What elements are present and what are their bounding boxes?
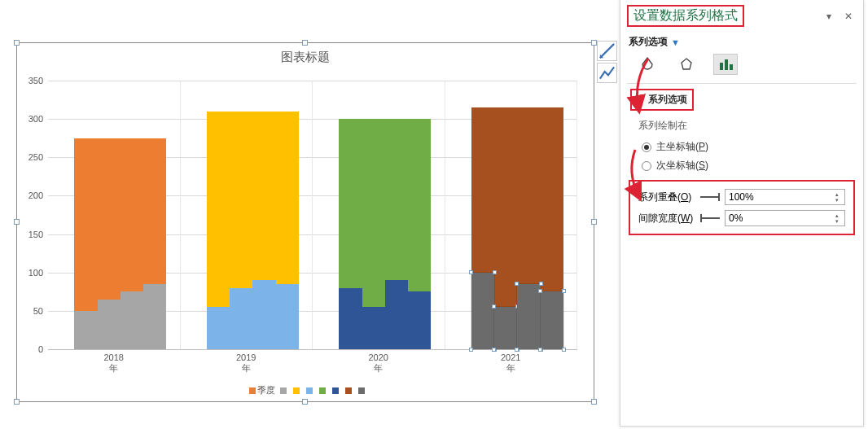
field-label: 系列重叠(O) <box>638 190 695 204</box>
gap-input[interactable]: 0% ▴▾ <box>725 210 845 226</box>
series-quarter-bar[interactable] <box>276 284 299 349</box>
series-overlap-field: 系列重叠(O) 100% ▴▾ <box>637 186 847 208</box>
legend-swatch <box>358 387 365 394</box>
selection-handle[interactable] <box>469 270 473 274</box>
legend-swatch <box>293 387 300 394</box>
x-tick: 2018年 <box>48 349 180 374</box>
close-icon[interactable]: ✕ <box>840 11 857 22</box>
series-quarter-bar[interactable] <box>121 291 143 349</box>
pane-title: 设置数据系列格式 <box>627 5 744 27</box>
series-quarter-bar[interactable] <box>207 307 230 349</box>
y-tick: 200 <box>28 190 48 200</box>
y-tick: 250 <box>28 152 48 162</box>
series-options-tab[interactable] <box>713 54 738 75</box>
annotation-arrow <box>627 148 645 203</box>
selection-handle[interactable] <box>591 219 597 225</box>
primary-axis-radio[interactable]: 主坐标轴(P) <box>620 138 863 156</box>
selection-handle[interactable] <box>14 40 20 46</box>
x-tick: 2019年 <box>181 349 313 374</box>
selection-handle[interactable] <box>538 289 542 293</box>
series-quarter-bar[interactable] <box>541 291 563 349</box>
y-tick: 0 <box>38 344 48 354</box>
chart-side-toolbar <box>597 41 617 85</box>
selection-handle[interactable] <box>562 289 566 293</box>
selection-handle[interactable] <box>302 399 308 405</box>
spinner-icon[interactable]: ▴▾ <box>835 190 843 204</box>
svg-rect-2 <box>725 59 728 70</box>
selection-handle[interactable] <box>492 304 496 309</box>
legend-swatch <box>319 387 326 394</box>
y-tick: 300 <box>28 114 48 124</box>
overlap-input[interactable]: 100% ▴▾ <box>725 189 845 205</box>
gap-slider-icon[interactable] <box>700 212 720 224</box>
series-options-label: 系列选项 <box>629 35 668 49</box>
plotted-on-label: 系列绘制在 <box>620 114 863 138</box>
y-tick: 50 <box>33 306 48 316</box>
radio-label: 主坐标轴(P) <box>656 140 708 154</box>
category-group: 2020年 <box>313 81 445 349</box>
format-series-pane: 设置数据系列格式 ▾ ✕ 系列选项 ▼ ⌄ 系列选项 系列绘制在 主坐标轴(P)… <box>620 0 864 427</box>
pane-header: 设置数据系列格式 ▾ ✕ <box>620 0 863 32</box>
x-tick: 2020年 <box>313 349 445 374</box>
annotation-arrow <box>632 57 655 118</box>
series-quarter-bar[interactable] <box>98 300 121 349</box>
field-value: 100% <box>729 191 754 203</box>
series-quarter-bar[interactable] <box>362 307 385 349</box>
selection-handle[interactable] <box>302 40 308 46</box>
legend-swatch <box>345 387 352 394</box>
legend-label: 季度 <box>257 385 275 395</box>
selection-handle[interactable] <box>539 282 543 286</box>
series-quarter-bar[interactable] <box>339 288 362 349</box>
selection-handle[interactable] <box>591 40 597 46</box>
legend-swatch <box>280 387 287 394</box>
selection-handle[interactable] <box>591 399 597 405</box>
series-quarter-bar[interactable] <box>517 284 540 349</box>
y-tick: 150 <box>28 230 48 239</box>
category-group: 2018年 <box>48 81 181 349</box>
pane-options-icon[interactable]: ▾ <box>821 11 837 22</box>
chart-tool-button[interactable] <box>597 41 617 61</box>
legend-swatch <box>306 387 313 394</box>
overlap-slider-icon[interactable] <box>700 191 720 203</box>
category-group: 2021年 <box>445 81 578 349</box>
chart-tool-button[interactable] <box>597 63 617 83</box>
selection-handle[interactable] <box>515 282 519 286</box>
radio-label: 次坐标轴(S) <box>656 159 708 173</box>
svg-rect-1 <box>720 63 723 70</box>
gap-width-field: 间隙宽度(W) 0% ▴▾ <box>637 208 847 229</box>
x-tick: 2021年 <box>445 349 577 374</box>
series-quarter-bar[interactable] <box>143 284 166 349</box>
chart-title[interactable]: 图表标题 <box>17 43 594 65</box>
series-quarter-bar[interactable] <box>230 288 252 349</box>
series-quarter-bar[interactable] <box>471 273 494 349</box>
field-label: 间隙宽度(W) <box>638 212 695 225</box>
series-quarter-bar[interactable] <box>408 291 431 349</box>
series-quarter-bar[interactable] <box>74 311 97 349</box>
y-tick: 100 <box>28 268 48 278</box>
format-category-tabs <box>620 52 863 81</box>
series-quarter-bar[interactable] <box>385 280 408 349</box>
series-quarter-bar[interactable] <box>252 280 275 349</box>
selection-handle[interactable] <box>14 399 20 405</box>
effects-tab[interactable] <box>674 54 699 75</box>
spinner-icon[interactable]: ▴▾ <box>835 212 843 225</box>
legend-swatch <box>332 387 339 394</box>
chevron-down-icon: ▼ <box>671 37 680 47</box>
series-options-dropdown[interactable]: 系列选项 ▼ <box>620 32 863 52</box>
svg-rect-3 <box>730 64 733 70</box>
selection-handle[interactable] <box>14 219 20 225</box>
plot-area[interactable]: 0501001502002503003502018年2019年2020年2021… <box>48 81 577 349</box>
series-quarter-bar[interactable] <box>494 307 517 349</box>
y-tick: 350 <box>28 76 48 85</box>
selection-handle[interactable] <box>493 270 497 274</box>
series-spacing-group: 系列重叠(O) 100% ▴▾ 间隙宽度(W) 0% ▴▾ <box>629 180 855 235</box>
secondary-axis-radio[interactable]: 次坐标轴(S) <box>620 156 863 175</box>
legend[interactable]: 季度 <box>17 384 594 396</box>
svg-marker-0 <box>682 59 691 69</box>
field-value: 0% <box>729 212 743 224</box>
chart-container[interactable]: 图表标题 0501001502002503003502018年2019年2020… <box>16 42 594 402</box>
category-group: 2019年 <box>181 81 313 349</box>
